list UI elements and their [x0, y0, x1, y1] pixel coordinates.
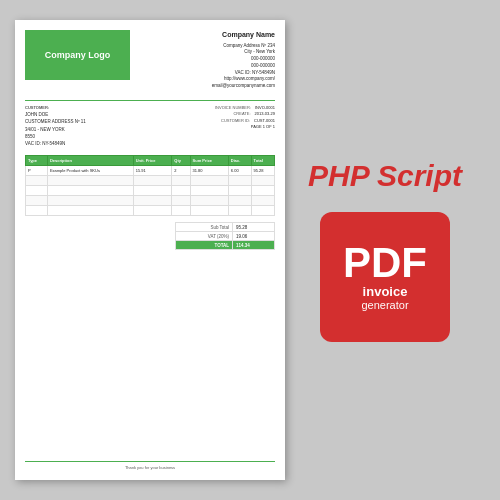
header-divider	[25, 100, 275, 101]
vat-row: VAT (20%) 19.06	[176, 232, 275, 241]
company-phone: 000-000000	[212, 56, 275, 63]
customer-invoice-row: Customer: JOHN DOE CUSTOMER ADDRESS Nº 1…	[25, 105, 275, 147]
company-logo: Company Logo	[25, 30, 130, 80]
invoice-header: Company Logo Company Name Company Addres…	[25, 30, 275, 90]
company-website: http://www.company.com/	[212, 76, 275, 83]
invoice-meta: INVOICE NUMBER: INVO-0001 CREATE: 2013-0…	[215, 105, 275, 147]
col-qty: Qty	[172, 156, 190, 166]
customer-addr1: CUSTOMER ADDRESS Nº 11	[25, 118, 86, 125]
totals-table: Sub Total 95.28 VAT (20%) 19.06 TOTAL 11…	[175, 222, 275, 250]
company-fax: 000-000000	[212, 63, 275, 70]
invoice-customerid-label: CUSTOMER ID:	[221, 118, 250, 124]
pdf-text: PDF	[343, 242, 427, 284]
row-unit-price: 15.91	[133, 166, 172, 176]
row-qty: 2	[172, 166, 190, 176]
generator-label: generator	[361, 299, 408, 311]
customer-name: JOHN DOE	[25, 111, 86, 118]
totals-section: Sub Total 95.28 VAT (20%) 19.06 TOTAL 11…	[25, 222, 275, 250]
invoice-panel: Company Logo Company Name Company Addres…	[15, 20, 285, 480]
invoice-page-row: PAGE 1 OF 1	[215, 124, 275, 130]
table-row-empty-2	[26, 186, 275, 196]
row-type: P	[26, 166, 48, 176]
col-sum-price: Sum Price	[190, 156, 228, 166]
table-row-empty-4	[26, 206, 275, 216]
company-name: Company Name	[212, 30, 275, 41]
invoice-footer: Thank you for your business	[25, 461, 275, 470]
row-sum-price: 31.80	[190, 166, 228, 176]
subtotal-row: Sub Total 95.28	[176, 223, 275, 232]
customer-addr2: 34/01 - NEW YORK	[25, 126, 86, 133]
col-type: Type	[26, 156, 48, 166]
customer-vat: VAC ID: NY-54849N	[25, 140, 86, 147]
footer-text: Thank you for your business	[125, 465, 175, 470]
customer-addr3: 8550	[25, 133, 86, 140]
col-description: Description	[47, 156, 133, 166]
company-address1: Company Address Nº 234	[212, 43, 275, 50]
company-info: Company Name Company Address Nº 234 City…	[212, 30, 275, 90]
main-container: Company Logo Company Name Company Addres…	[0, 0, 500, 500]
row-disc: 6.00	[228, 166, 251, 176]
table-row-empty-1	[26, 176, 275, 186]
vat-value: 19.06	[233, 232, 275, 241]
table-header-row: Type Description Unit. Price Qty Sum Pri…	[26, 156, 275, 166]
right-panel: PHP Script PDF invoice generator	[285, 20, 485, 480]
col-disc: Disc.	[228, 156, 251, 166]
col-total: Total	[251, 156, 274, 166]
row-total: 95.28	[251, 166, 274, 176]
company-email: email@yourcompanyname.com	[212, 83, 275, 90]
subtotal-value: 95.28	[233, 223, 275, 232]
customer-info: Customer: JOHN DOE CUSTOMER ADDRESS Nº 1…	[25, 105, 86, 147]
total-label: TOTAL	[176, 241, 233, 250]
col-unit-price: Unit. Price	[133, 156, 172, 166]
total-value: 114.34	[233, 241, 275, 250]
company-vat: VAC ID: NY-54849N	[212, 70, 275, 77]
row-description: Example Product with SKUs	[47, 166, 133, 176]
table-row: P Example Product with SKUs 15.91 2 31.8…	[26, 166, 275, 176]
subtotal-label: Sub Total	[176, 223, 233, 232]
total-row: TOTAL 114.34	[176, 241, 275, 250]
invoice-table: Type Description Unit. Price Qty Sum Pri…	[25, 155, 275, 216]
invoice-page: PAGE 1 OF 1	[251, 124, 275, 130]
company-address2: City - New York	[212, 49, 275, 56]
table-row-empty-3	[26, 196, 275, 206]
pdf-badge: PDF invoice generator	[320, 212, 450, 342]
invoice-label: invoice	[363, 284, 408, 300]
vat-label: VAT (20%)	[176, 232, 233, 241]
php-script-title: PHP Script	[308, 159, 462, 192]
